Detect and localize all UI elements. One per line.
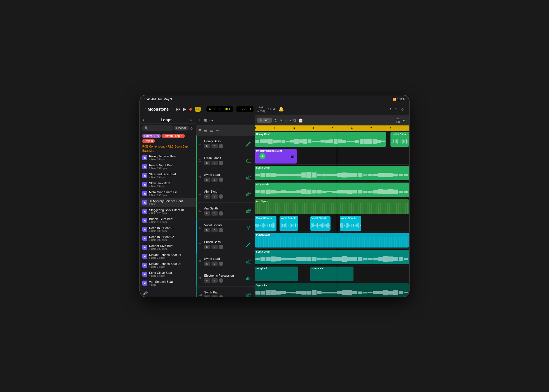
trim-button[interactable]: ✂ Trim bbox=[257, 118, 272, 123]
clip[interactable]: Heavy Bass bbox=[390, 132, 409, 147]
solo-button[interactable]: S bbox=[211, 228, 218, 232]
solo-button[interactable]: S bbox=[211, 262, 218, 266]
timeline-track-row[interactable]: Heavy BassHeavy Bass bbox=[255, 131, 409, 148]
copy-icon[interactable]: ⧉ bbox=[293, 118, 296, 123]
loop-item[interactable]: ▣ Deep In It Beat 02 4 Bars 180 bpm bbox=[140, 234, 196, 243]
clip[interactable]: Vocal Shouts bbox=[280, 216, 298, 231]
rect-icon[interactable]: ▭ bbox=[210, 128, 213, 133]
project-dropdown-icon[interactable]: ▾ bbox=[170, 108, 172, 111]
loop-item[interactable]: ▣ Van Scratch Beat 4 Bars bbox=[140, 279, 196, 288]
clip[interactable]: Synth Lead bbox=[255, 166, 409, 180]
loops-more-icon[interactable]: ⋯ bbox=[189, 291, 193, 295]
filter-rnb[interactable]: R&B bbox=[142, 145, 148, 148]
volume-knob[interactable] bbox=[219, 178, 223, 182]
timeline-track-row[interactable]: Synth Lead bbox=[255, 165, 409, 181]
track-row[interactable]: 4 Airy Synth M S bbox=[196, 186, 255, 203]
loop-item[interactable]: ▣ Meta Mind Snare Fill 2 Bars 199 bpm bbox=[140, 189, 196, 198]
volume-knob[interactable] bbox=[219, 228, 223, 232]
loop-item[interactable]: ▣ Deep In It Beat 01 4 Bars 180 bpm bbox=[140, 225, 196, 234]
loops-options-icon[interactable]: ☺ bbox=[189, 118, 193, 122]
mute-button[interactable]: M bbox=[204, 144, 210, 148]
instrument-icon[interactable] bbox=[245, 275, 252, 282]
add-track-button[interactable]: + bbox=[198, 117, 201, 123]
timeline-track-row[interactable]: Synth Pad bbox=[255, 282, 409, 297]
clip[interactable]: Vocal Shouts bbox=[340, 216, 361, 231]
clip[interactable]: Arp Synth bbox=[255, 199, 409, 214]
loop-icon[interactable]: ↻ bbox=[274, 118, 278, 123]
clip[interactable]: Vocal Shouts bbox=[255, 216, 276, 231]
clip[interactable]: Punch Bass bbox=[255, 233, 409, 248]
clip[interactable]: Airy Synth bbox=[255, 183, 409, 197]
loop-item[interactable]: ▣ Rising Tension Beat 4 Bars 85 bpm bbox=[140, 153, 196, 162]
track-view-icon[interactable]: ⊞ bbox=[204, 118, 207, 123]
tag-drums[interactable]: Drums ⚙ ✕ bbox=[142, 134, 161, 138]
timeline-track-row[interactable]: Arp Synth bbox=[255, 198, 409, 215]
solo-button[interactable]: S bbox=[211, 295, 218, 297]
instrument-icon[interactable] bbox=[245, 140, 252, 148]
timeline-track-row[interactable]: Punch Bass bbox=[255, 232, 409, 249]
mute-button[interactable]: M bbox=[204, 278, 210, 283]
instrument-icon[interactable] bbox=[245, 258, 252, 265]
timeline-track-row[interactable]: Synth Lead bbox=[255, 249, 409, 265]
solo-button[interactable]: S bbox=[211, 178, 218, 182]
project-title[interactable]: Moonstone bbox=[148, 107, 169, 111]
loop-item[interactable]: ▣ Rough Night Beat 2 Bars 139 bpm bbox=[140, 162, 196, 171]
back-btn[interactable]: ‹ bbox=[145, 107, 146, 112]
track-row[interactable]: 2 Drum Loops M S bbox=[196, 152, 255, 169]
timeline-track-row[interactable]: Vocal ShoutsVocal ShoutsVocal ShoutsVoca… bbox=[255, 215, 409, 232]
solo-button[interactable]: S bbox=[211, 144, 218, 148]
track-row[interactable]: 1 Heavy Bass M S bbox=[196, 136, 255, 152]
track-row[interactable]: 8 Synth Lead M S bbox=[196, 253, 255, 270]
play-button[interactable]: ▶ bbox=[183, 106, 186, 112]
grid-icon[interactable]: ⊞ bbox=[198, 128, 202, 133]
loops-back-btn[interactable]: ‹ bbox=[143, 118, 144, 122]
instrument-icon[interactable] bbox=[245, 224, 252, 232]
instrument-icon[interactable] bbox=[245, 241, 252, 248]
instrument-icon[interactable] bbox=[245, 191, 252, 198]
mute-button[interactable]: M bbox=[204, 245, 210, 249]
paste-icon[interactable]: 📋 bbox=[298, 118, 303, 123]
track-row[interactable]: 3 Synth Lead M S bbox=[196, 169, 255, 186]
volume-knob[interactable] bbox=[219, 262, 223, 266]
resize-icon[interactable]: ⟺ bbox=[285, 118, 291, 123]
loop-item[interactable]: ▣ Bubble Gum Beat 4 Bars 117 bpm bbox=[140, 216, 196, 225]
filter-boombap[interactable]: Boom Bap bbox=[175, 145, 188, 148]
solo-button[interactable]: S bbox=[211, 194, 218, 199]
pencil-icon[interactable]: ✏ bbox=[216, 128, 219, 133]
clip[interactable]: Heavy Bass bbox=[255, 132, 386, 147]
undo-icon[interactable]: ↺ bbox=[388, 107, 392, 111]
mute-button[interactable]: M bbox=[204, 211, 210, 216]
rewind-button[interactable]: ⏮ bbox=[176, 107, 181, 112]
timeline-tracks[interactable]: Heavy BassHeavy BassMystery Science Beat… bbox=[255, 131, 409, 297]
tag-pattern-loop[interactable]: Pattern Loop ✕ bbox=[162, 134, 185, 138]
track-options-icon[interactable]: ⋯ bbox=[209, 118, 213, 123]
volume-icon[interactable]: 🔊 bbox=[143, 291, 148, 295]
clip[interactable]: Tough Kit bbox=[255, 267, 298, 281]
volume-knob[interactable] bbox=[219, 144, 223, 148]
timeline-track-row[interactable]: Tough KitTough Kit bbox=[255, 265, 409, 282]
mute-button[interactable]: M bbox=[204, 178, 210, 182]
track-row[interactable]: 9 Electronic Percussion M S bbox=[196, 270, 255, 287]
record-button[interactable]: ⏺ bbox=[189, 107, 192, 111]
volume-knob[interactable] bbox=[219, 194, 223, 199]
clip[interactable]: Mystery Science Beat+⊞ bbox=[255, 149, 297, 164]
solo-button[interactable]: S bbox=[211, 245, 218, 249]
volume-knob[interactable] bbox=[219, 161, 223, 165]
clip[interactable]: Synth Lead bbox=[255, 250, 409, 264]
filter-contemporary[interactable]: Contemporary R&B bbox=[149, 145, 174, 148]
solo-button[interactable]: S bbox=[211, 211, 218, 216]
mute-button[interactable]: M bbox=[204, 295, 210, 297]
instrument-icon[interactable] bbox=[245, 157, 252, 164]
volume-knob[interactable] bbox=[219, 245, 223, 249]
clip[interactable]: Tough Kit bbox=[310, 267, 353, 281]
filter-icon[interactable]: ☺ bbox=[190, 126, 194, 130]
volume-knob[interactable] bbox=[219, 278, 223, 283]
timeline-track-row[interactable]: Airy Synth bbox=[255, 181, 409, 198]
volume-knob[interactable] bbox=[219, 211, 223, 216]
track-row[interactable]: 5 Arp Synth M S bbox=[196, 203, 255, 220]
add-clip-button[interactable]: + bbox=[259, 153, 266, 159]
track-row[interactable]: 6 Vocal Shouts M S bbox=[196, 220, 255, 236]
volume-knob[interactable] bbox=[219, 295, 223, 297]
instrument-icon[interactable] bbox=[245, 174, 252, 181]
instrument-icon[interactable] bbox=[245, 291, 252, 297]
